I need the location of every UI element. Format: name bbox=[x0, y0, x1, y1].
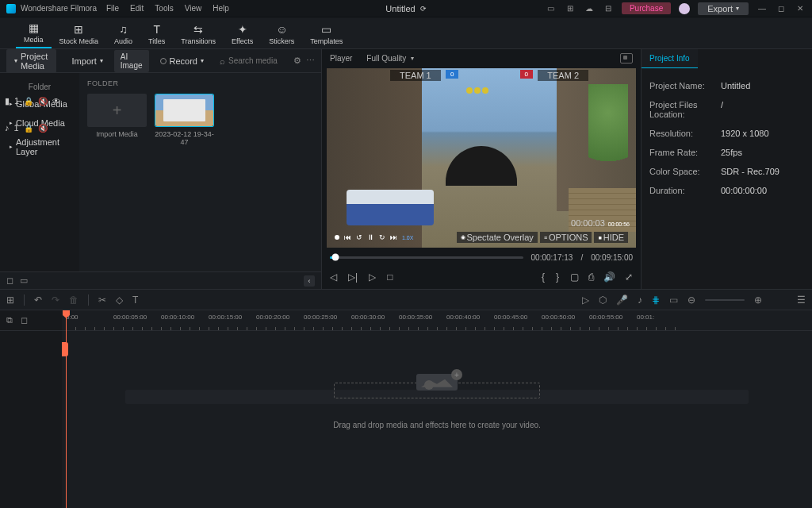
play-button[interactable]: ▷ bbox=[369, 271, 376, 283]
volume-icon[interactable]: 🔊 bbox=[603, 271, 615, 283]
link-icon[interactable]: ⧉ bbox=[6, 315, 13, 325]
tab-stock-media[interactable]: ⊞Stock Media bbox=[52, 20, 107, 48]
import-media-tile[interactable]: + Import Media bbox=[87, 94, 147, 146]
tab-titles[interactable]: TTitles bbox=[140, 20, 173, 48]
mute-icon[interactable]: 🔇 bbox=[38, 97, 48, 106]
voiceover-icon[interactable]: 🎤 bbox=[616, 294, 628, 306]
tab-transitions[interactable]: ⇆Transitions bbox=[173, 20, 224, 48]
preview-header: Player Full Quality▾ bbox=[322, 49, 641, 67]
export-button[interactable]: Export▾ bbox=[698, 2, 749, 15]
grid-icon[interactable]: ⊞ bbox=[565, 3, 576, 14]
menu-view[interactable]: View bbox=[185, 4, 202, 13]
scrub-track[interactable] bbox=[330, 256, 523, 259]
forward-icon: ↻ bbox=[379, 233, 385, 241]
render-icon[interactable]: ▷ bbox=[582, 294, 589, 306]
prev-button[interactable]: ◁ bbox=[330, 271, 337, 283]
menu-tools[interactable]: Tools bbox=[155, 4, 173, 13]
maximize-icon[interactable]: ◻ bbox=[776, 3, 787, 14]
timeline-ruler[interactable]: 0:0000:00:05:0000:00:10:0000:00:15:0000:… bbox=[62, 310, 812, 331]
video-preview[interactable]: TEAM 1 TEAM 2 0 0 00:00:03 00:00:56 ⏮ ↺ … bbox=[327, 68, 636, 248]
audio-mixer-icon[interactable]: ♪ bbox=[638, 294, 642, 306]
project-media-button[interactable]: ▾Project Media bbox=[6, 49, 56, 73]
display-icon[interactable]: ▢ bbox=[570, 271, 579, 283]
tab-templates[interactable]: ▭Templates bbox=[302, 20, 350, 48]
record-dot-icon bbox=[160, 58, 167, 64]
mute-icon[interactable]: 🔇 bbox=[38, 124, 48, 133]
crop-icon[interactable]: ◇ bbox=[116, 294, 123, 306]
folder-icon[interactable]: ▭ bbox=[20, 275, 28, 286]
transitions-icon: ⇆ bbox=[192, 23, 205, 36]
lock-icon[interactable]: 🔒 bbox=[24, 97, 33, 106]
filter-icon[interactable]: ⚙ bbox=[293, 56, 301, 66]
info-row: Color Space:SDR - Rec.709 bbox=[649, 162, 804, 181]
tab-media[interactable]: ▦Media bbox=[16, 18, 52, 48]
visibility-icon[interactable]: 👁 bbox=[52, 97, 60, 106]
delete-icon[interactable]: 🗑 bbox=[69, 294, 79, 306]
redo-icon[interactable]: ↷ bbox=[52, 294, 59, 306]
refresh-icon[interactable]: ⟳ bbox=[420, 5, 427, 13]
snapshot-icon[interactable] bbox=[620, 53, 633, 64]
scrub-thumb[interactable] bbox=[332, 254, 339, 261]
list-icon[interactable]: ☰ bbox=[797, 294, 806, 306]
new-folder-icon[interactable]: ◻ bbox=[6, 275, 13, 286]
quality-dropdown[interactable]: Full Quality▾ bbox=[366, 54, 414, 63]
text-icon[interactable]: T bbox=[132, 294, 138, 306]
playhead[interactable] bbox=[66, 310, 67, 508]
collapse-icon[interactable]: ‹ bbox=[304, 275, 315, 287]
duration-timecode: 00:09:15:00 bbox=[591, 253, 633, 262]
zoom-out-icon[interactable]: ⊖ bbox=[688, 294, 695, 306]
menu-help[interactable]: Help bbox=[213, 4, 229, 13]
import-media-label: Import Media bbox=[96, 130, 138, 138]
lock-icon[interactable]: 🔒 bbox=[24, 124, 33, 133]
audio-track-header[interactable]: ♪1 🔒 🔇 bbox=[0, 115, 52, 140]
camera-icon[interactable]: ⎙ bbox=[588, 271, 594, 283]
toggle-icon[interactable]: ⊞ bbox=[6, 294, 14, 306]
step-back-button[interactable]: ▷| bbox=[348, 271, 358, 283]
cloud-icon[interactable]: ☁ bbox=[584, 3, 595, 14]
record-button[interactable]: Record▾ bbox=[154, 54, 210, 68]
ai-image-button[interactable]: AI Image bbox=[114, 50, 149, 72]
split-icon[interactable]: ✂ bbox=[98, 294, 106, 306]
search-input[interactable] bbox=[228, 56, 284, 65]
stickers-icon: ☺ bbox=[275, 23, 288, 36]
import-button[interactable]: Import▾ bbox=[66, 54, 109, 68]
minimize-icon[interactable]: — bbox=[756, 3, 768, 14]
snap-icon[interactable]: ⋕ bbox=[652, 294, 660, 306]
layout-icon[interactable]: ▭ bbox=[546, 3, 557, 14]
tab-stickers[interactable]: ☺Stickers bbox=[261, 20, 302, 48]
app-logo-icon bbox=[6, 4, 16, 13]
more-icon[interactable]: ⋯ bbox=[306, 56, 315, 66]
mark-out-icon[interactable]: } bbox=[556, 271, 559, 283]
menu-file[interactable]: File bbox=[106, 4, 119, 13]
drop-zone[interactable]: + Drag and drop media and effects here t… bbox=[137, 374, 737, 429]
zoom-in-icon[interactable]: ⊕ bbox=[754, 294, 762, 306]
purchase-button[interactable]: Purchase bbox=[622, 2, 671, 14]
project-info-tab[interactable]: Project Info bbox=[642, 49, 698, 68]
fullscreen-icon[interactable]: ⤢ bbox=[625, 271, 633, 283]
ruler-mark: 00:00:20:00 bbox=[256, 314, 289, 321]
timeline-marker[interactable] bbox=[62, 342, 68, 356]
zoom-slider[interactable] bbox=[705, 299, 745, 301]
undo-icon[interactable]: ↶ bbox=[34, 294, 42, 306]
marker-icon[interactable]: ⬡ bbox=[599, 294, 607, 306]
project-title: Untitled ⟳ bbox=[385, 4, 426, 13]
aspect-icon[interactable]: ▭ bbox=[669, 294, 678, 306]
player-label: Player bbox=[330, 54, 352, 63]
mark-in-icon[interactable]: { bbox=[542, 271, 545, 283]
add-track-icon[interactable]: ◻ bbox=[21, 315, 28, 325]
media-panel-footer: ◻ ▭ ‹ bbox=[0, 271, 321, 289]
apps-icon[interactable]: ⊟ bbox=[603, 3, 614, 14]
media-icon: ▦ bbox=[27, 21, 40, 34]
options-label: ≡ OPTIONS bbox=[540, 232, 592, 243]
close-icon[interactable]: ✕ bbox=[795, 3, 806, 14]
user-avatar[interactable] bbox=[679, 3, 690, 14]
tab-audio[interactable]: ♫Audio bbox=[106, 20, 140, 48]
menu-edit[interactable]: Edit bbox=[130, 4, 144, 13]
ruler-mark: 00:01: bbox=[637, 314, 654, 321]
info-row: Duration:00:00:00:00 bbox=[649, 181, 804, 200]
media-clip-tile[interactable]: 2023-02-12 19-34-47 bbox=[155, 94, 214, 146]
tab-effects[interactable]: ✦Effects bbox=[224, 20, 261, 48]
video-track-header[interactable]: ▮1 🔒 🔇 👁 bbox=[0, 88, 65, 114]
timeline-tracks[interactable]: 0:0000:00:05:0000:00:10:0000:00:15:0000:… bbox=[62, 310, 812, 508]
stop-button[interactable]: □ bbox=[387, 271, 393, 283]
